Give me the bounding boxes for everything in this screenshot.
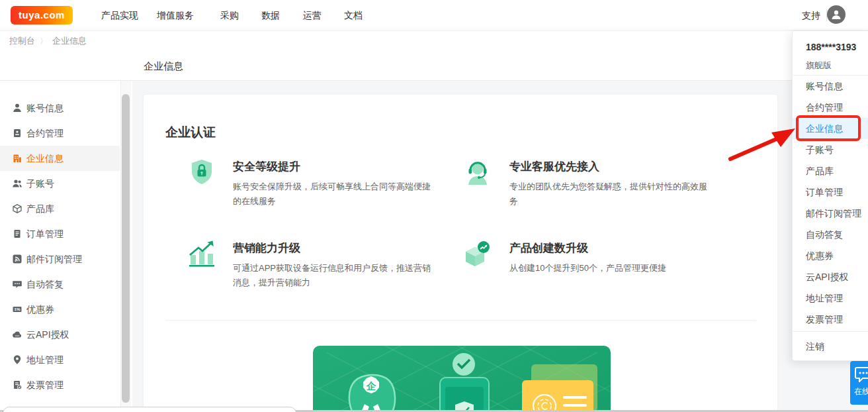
headset-icon — [463, 158, 492, 189]
breadcrumb-console-link[interactable]: 控制台 — [9, 36, 35, 46]
menu-divider — [793, 331, 868, 332]
feature-title-marketing: 营销能力升级 — [233, 240, 300, 256]
chat-label: 在线咨询 — [854, 386, 868, 397]
coupon-icon: 1% — [12, 304, 22, 315]
nav-item-purchase[interactable]: 采购 — [220, 0, 239, 30]
building-icon — [12, 153, 22, 164]
sidebar-item-coupons[interactable]: 1% 优惠券 — [0, 297, 120, 322]
feature-title-product-count: 产品创建数升级 — [509, 240, 588, 256]
invoice-icon — [12, 380, 22, 390]
card-divider — [165, 320, 756, 321]
nav-item-vas[interactable]: 增值服务 — [157, 0, 194, 30]
badge-bubble: 企 — [349, 375, 395, 412]
page-header: 企业信息 — [0, 52, 868, 81]
sidebar-item-email-subscription[interactable]: 邮件订阅管理 — [0, 246, 120, 272]
feature-desc-support: 专业的团队优先为您答疑解惑，提供针对性的高效服务 — [509, 180, 708, 209]
sidebar-scrollbar-thumb[interactable] — [122, 94, 130, 403]
page-title: 企业信息 — [144, 52, 183, 81]
menu-item-auto-reply[interactable]: 自动答复 — [793, 224, 868, 245]
menu-item-orders[interactable]: 订单管理 — [793, 181, 868, 203]
menu-item-product-library[interactable]: 产品库 — [793, 160, 868, 181]
shield-lock-icon — [187, 158, 216, 189]
sidebar-item-product-library[interactable]: 产品库 — [0, 196, 120, 221]
breadcrumb-separator: 〉 — [40, 36, 48, 46]
online-chat-widget[interactable]: 在线咨询 — [850, 361, 868, 405]
feature-title-support: 专业客服优先接入 — [509, 159, 599, 174]
svg-text:1%: 1% — [15, 307, 21, 311]
user-avatar-icon[interactable] — [827, 5, 846, 24]
sidebar-item-auto-reply[interactable]: 自动答复 — [0, 272, 120, 297]
feature-desc-marketing: 可通过APP获取设备运行信息和用户反馈，推送营销消息，提升营销能力 — [233, 261, 431, 290]
tuya-logo[interactable]: tuya.com — [11, 6, 73, 25]
certification-banner-illustration: 企 — [313, 346, 611, 412]
account-plan-badge: 旗舰版 — [806, 60, 832, 72]
logo-arc-decoration — [48, 1, 54, 6]
user-icon — [12, 103, 22, 113]
location-pin-icon — [12, 354, 22, 365]
users-icon — [12, 178, 22, 189]
cloud-icon — [12, 329, 22, 340]
contract-icon — [12, 128, 22, 138]
growth-chart-icon — [187, 239, 216, 271]
account-phone: 188****3193 — [806, 42, 856, 52]
feature-desc-product-count: 从创建10个提升到50个，产品管理更便捷 — [509, 261, 708, 276]
annotation-highlight-box — [796, 115, 861, 141]
breadcrumb-bar: 控制台〉企业信息 — [0, 30, 868, 52]
sidebar-item-contract[interactable]: 合约管理 — [0, 121, 120, 146]
sidebar-nav: 账号信息 合约管理 企业信息 子账号 产品库 订单管理 邮件订阅管理 自动答复 — [0, 81, 132, 412]
section-title: 企业认证 — [165, 124, 216, 141]
nav-item-data[interactable]: 数据 — [261, 0, 280, 30]
enterprise-certification-card: 企业认证 安全等级提升 账号安全保障升级，后续可畅享线上合同等高端便捷的在线服务… — [144, 95, 777, 412]
rss-icon — [12, 254, 22, 264]
menu-item-logout[interactable]: 注销 — [793, 336, 868, 357]
account-dropdown-menu: 188****3193 旗舰版 账号信息 合约管理 企业信息 子账号 产品库 订… — [792, 30, 868, 361]
feature-title-security: 安全等级提升 — [233, 159, 300, 174]
sidebar-item-address[interactable]: 地址管理 — [0, 347, 120, 372]
nav-item-operation[interactable]: 运营 — [303, 0, 322, 30]
cube-upgrade-icon — [463, 239, 492, 271]
sidebar-item-cloud-api[interactable]: 云API授权 — [0, 322, 120, 347]
chat-dots-icon — [855, 366, 868, 385]
svg-text:企: 企 — [366, 380, 377, 391]
sidebar-item-enterprise-info[interactable]: 企业信息 — [0, 146, 120, 171]
menu-item-cloud-api[interactable]: 云API授权 — [793, 266, 868, 287]
menu-item-coupons[interactable]: 优惠券 — [793, 245, 868, 266]
horizontal-scrollbar-thumb[interactable] — [3, 407, 296, 412]
sidebar-item-invoice[interactable]: 发票管理 — [0, 372, 120, 397]
license-card — [522, 364, 597, 412]
feature-desc-security: 账号安全保障升级，后续可畅享线上合同等高端便捷的在线服务 — [233, 180, 431, 209]
sidebar-item-account-info[interactable]: 账号信息 — [0, 95, 120, 121]
breadcrumb-current: 企业信息 — [52, 36, 87, 46]
nav-item-product[interactable]: 产品实现 — [101, 0, 138, 30]
sidebar-item-sub-accounts[interactable]: 子账号 — [0, 171, 120, 196]
breadcrumb: 控制台〉企业信息 — [9, 30, 87, 52]
menu-item-address[interactable]: 地址管理 — [793, 287, 868, 309]
menu-item-sub-accounts[interactable]: 子账号 — [793, 139, 868, 160]
menu-item-invoice[interactable]: 发票管理 — [793, 309, 868, 330]
top-navbar: tuya.com 产品实现 增值服务 采购 数据 运营 文档 支持 — [0, 0, 868, 30]
chat-bubble-icon — [12, 279, 22, 289]
order-icon — [12, 229, 22, 239]
nav-item-docs[interactable]: 文档 — [344, 0, 363, 30]
menu-item-account-info[interactable]: 账号信息 — [793, 76, 868, 97]
sidebar-item-orders[interactable]: 订单管理 — [0, 221, 120, 246]
enterprise-info-page: tuya.com 产品实现 增值服务 采购 数据 运营 文档 支持 控制台〉企业… — [0, 0, 868, 412]
nav-item-support[interactable]: 支持 — [802, 0, 820, 30]
menu-item-email-subscription[interactable]: 邮件订阅管理 — [793, 203, 868, 224]
box-icon — [12, 203, 22, 214]
